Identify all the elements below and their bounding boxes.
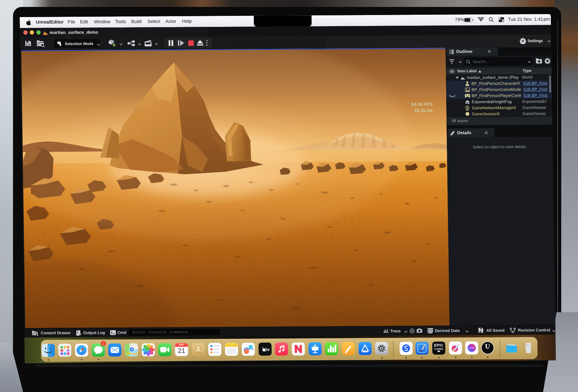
svg-text:tv: tv	[266, 347, 270, 352]
svg-text:54.49 FPS: 54.49 FPS	[411, 102, 432, 107]
svg-text:18.35 ms: 18.35 ms	[414, 108, 433, 113]
